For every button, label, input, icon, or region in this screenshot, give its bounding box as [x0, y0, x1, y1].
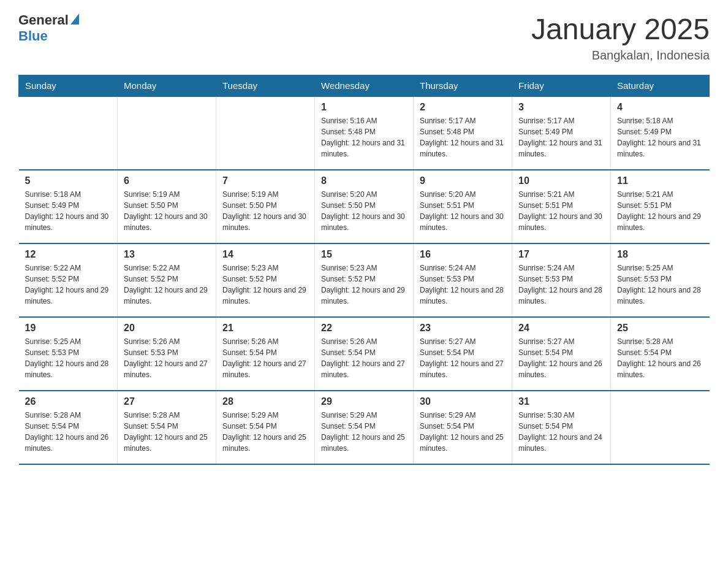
day-info: Sunrise: 5:18 AMSunset: 5:49 PMDaylight:… [617, 115, 703, 159]
header-wednesday: Wednesday [315, 75, 414, 97]
calendar-cell: 9Sunrise: 5:20 AMSunset: 5:51 PMDaylight… [414, 170, 512, 243]
calendar-cell: 14Sunrise: 5:23 AMSunset: 5:52 PMDayligh… [216, 243, 315, 317]
calendar-cell: 22Sunrise: 5:26 AMSunset: 5:54 PMDayligh… [315, 317, 414, 391]
day-number: 21 [222, 323, 308, 334]
week-row-1: 1Sunrise: 5:16 AMSunset: 5:48 PMDaylight… [19, 96, 710, 170]
calendar-cell: 30Sunrise: 5:29 AMSunset: 5:54 PMDayligh… [414, 391, 512, 464]
calendar-cell [611, 391, 710, 464]
day-number: 6 [124, 175, 210, 186]
day-number: 2 [420, 102, 506, 113]
day-info: Sunrise: 5:23 AMSunset: 5:52 PMDaylight:… [222, 262, 308, 307]
day-number: 15 [321, 249, 407, 260]
calendar-cell: 8Sunrise: 5:20 AMSunset: 5:50 PMDaylight… [315, 170, 414, 243]
header-saturday: Saturday [611, 75, 710, 97]
day-number: 10 [518, 175, 604, 186]
day-number: 8 [321, 175, 407, 186]
calendar-cell: 3Sunrise: 5:17 AMSunset: 5:49 PMDaylight… [512, 96, 611, 170]
day-info: Sunrise: 5:20 AMSunset: 5:51 PMDaylight:… [420, 189, 506, 233]
day-info: Sunrise: 5:21 AMSunset: 5:51 PMDaylight:… [617, 189, 703, 233]
calendar-cell: 10Sunrise: 5:21 AMSunset: 5:51 PMDayligh… [512, 170, 611, 243]
day-info: Sunrise: 5:27 AMSunset: 5:54 PMDaylight:… [420, 336, 506, 380]
calendar-cell: 4Sunrise: 5:18 AMSunset: 5:49 PMDaylight… [611, 96, 710, 170]
day-number: 30 [420, 396, 506, 407]
day-info: Sunrise: 5:19 AMSunset: 5:50 PMDaylight:… [124, 189, 210, 233]
day-info: Sunrise: 5:29 AMSunset: 5:54 PMDaylight:… [222, 410, 308, 454]
day-number: 7 [222, 175, 308, 186]
day-info: Sunrise: 5:19 AMSunset: 5:50 PMDaylight:… [222, 189, 308, 233]
day-number: 3 [518, 102, 604, 113]
header: General Blue January 2025 Bangkalan, Ind… [18, 12, 710, 63]
day-number: 17 [518, 249, 604, 260]
day-info: Sunrise: 5:29 AMSunset: 5:54 PMDaylight:… [420, 410, 506, 454]
calendar-cell: 26Sunrise: 5:28 AMSunset: 5:54 PMDayligh… [19, 391, 118, 464]
week-row-3: 12Sunrise: 5:22 AMSunset: 5:52 PMDayligh… [19, 243, 710, 317]
day-info: Sunrise: 5:29 AMSunset: 5:54 PMDaylight:… [321, 410, 407, 454]
logo-general: General [18, 12, 69, 28]
calendar-cell: 1Sunrise: 5:16 AMSunset: 5:48 PMDaylight… [315, 96, 414, 170]
header-tuesday: Tuesday [216, 75, 315, 97]
day-number: 1 [321, 102, 407, 113]
day-info: Sunrise: 5:26 AMSunset: 5:54 PMDaylight:… [222, 336, 308, 380]
calendar-cell: 7Sunrise: 5:19 AMSunset: 5:50 PMDaylight… [216, 170, 315, 243]
calendar-cell: 17Sunrise: 5:24 AMSunset: 5:53 PMDayligh… [512, 243, 611, 317]
day-info: Sunrise: 5:27 AMSunset: 5:54 PMDaylight:… [518, 336, 604, 380]
day-number: 25 [617, 323, 703, 334]
calendar-cell: 20Sunrise: 5:26 AMSunset: 5:53 PMDayligh… [118, 317, 216, 391]
day-number: 9 [420, 175, 506, 186]
day-number: 20 [124, 323, 210, 334]
calendar-cell: 27Sunrise: 5:28 AMSunset: 5:54 PMDayligh… [118, 391, 216, 464]
calendar-cell: 19Sunrise: 5:25 AMSunset: 5:53 PMDayligh… [19, 317, 118, 391]
calendar-cell: 18Sunrise: 5:25 AMSunset: 5:53 PMDayligh… [611, 243, 710, 317]
day-number: 28 [222, 396, 308, 407]
calendar-cell: 2Sunrise: 5:17 AMSunset: 5:48 PMDaylight… [414, 96, 512, 170]
calendar-table: SundayMondayTuesdayWednesdayThursdayFrid… [18, 75, 710, 465]
calendar-cell: 23Sunrise: 5:27 AMSunset: 5:54 PMDayligh… [414, 317, 512, 391]
day-number: 12 [25, 249, 112, 260]
calendar-cell: 5Sunrise: 5:18 AMSunset: 5:49 PMDaylight… [19, 170, 118, 243]
day-number: 31 [518, 396, 604, 407]
logo: General Blue [18, 12, 79, 44]
day-info: Sunrise: 5:25 AMSunset: 5:53 PMDaylight:… [25, 336, 112, 380]
header-thursday: Thursday [414, 75, 512, 97]
day-number: 22 [321, 323, 407, 334]
day-number: 4 [617, 102, 703, 113]
calendar-cell: 31Sunrise: 5:30 AMSunset: 5:54 PMDayligh… [512, 391, 611, 464]
calendar-cell: 13Sunrise: 5:22 AMSunset: 5:52 PMDayligh… [118, 243, 216, 317]
calendar-cell: 6Sunrise: 5:19 AMSunset: 5:50 PMDaylight… [118, 170, 216, 243]
logo-blue: Blue [18, 28, 48, 44]
logo-second-line: Blue [18, 28, 48, 44]
day-number: 5 [25, 175, 112, 186]
day-number: 29 [321, 396, 407, 407]
calendar-cell: 24Sunrise: 5:27 AMSunset: 5:54 PMDayligh… [512, 317, 611, 391]
day-number: 14 [222, 249, 308, 260]
day-info: Sunrise: 5:26 AMSunset: 5:53 PMDaylight:… [124, 336, 210, 380]
day-info: Sunrise: 5:26 AMSunset: 5:54 PMDaylight:… [321, 336, 407, 380]
week-row-2: 5Sunrise: 5:18 AMSunset: 5:49 PMDaylight… [19, 170, 710, 243]
day-number: 19 [25, 323, 112, 334]
week-row-4: 19Sunrise: 5:25 AMSunset: 5:53 PMDayligh… [19, 317, 710, 391]
day-number: 26 [25, 396, 112, 407]
calendar-header-row: SundayMondayTuesdayWednesdayThursdayFrid… [19, 75, 710, 97]
day-number: 16 [420, 249, 506, 260]
calendar-cell: 12Sunrise: 5:22 AMSunset: 5:52 PMDayligh… [19, 243, 118, 317]
day-info: Sunrise: 5:21 AMSunset: 5:51 PMDaylight:… [518, 189, 604, 233]
day-info: Sunrise: 5:28 AMSunset: 5:54 PMDaylight:… [617, 336, 703, 380]
day-info: Sunrise: 5:17 AMSunset: 5:48 PMDaylight:… [420, 115, 506, 159]
calendar-cell: 29Sunrise: 5:29 AMSunset: 5:54 PMDayligh… [315, 391, 414, 464]
day-number: 11 [617, 175, 703, 186]
day-number: 18 [617, 249, 703, 260]
logo-first-line: General [18, 12, 79, 28]
day-info: Sunrise: 5:28 AMSunset: 5:54 PMDaylight:… [124, 410, 210, 454]
calendar-cell: 28Sunrise: 5:29 AMSunset: 5:54 PMDayligh… [216, 391, 315, 464]
calendar-cell [118, 96, 216, 170]
day-info: Sunrise: 5:25 AMSunset: 5:53 PMDaylight:… [617, 262, 703, 307]
day-number: 23 [420, 323, 506, 334]
day-number: 13 [124, 249, 210, 260]
calendar-cell [216, 96, 315, 170]
day-info: Sunrise: 5:22 AMSunset: 5:52 PMDaylight:… [124, 262, 210, 307]
day-info: Sunrise: 5:28 AMSunset: 5:54 PMDaylight:… [25, 410, 112, 454]
day-number: 27 [124, 396, 210, 407]
day-info: Sunrise: 5:20 AMSunset: 5:50 PMDaylight:… [321, 189, 407, 233]
day-info: Sunrise: 5:17 AMSunset: 5:49 PMDaylight:… [518, 115, 604, 159]
logo-triangle-icon [70, 13, 79, 25]
